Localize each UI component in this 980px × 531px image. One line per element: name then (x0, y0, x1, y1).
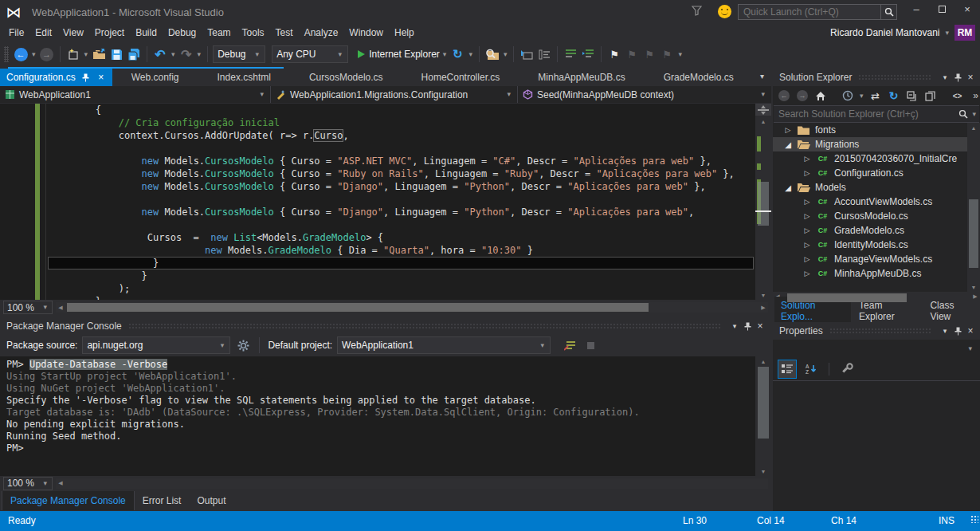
pin-icon[interactable] (81, 73, 91, 82)
package-source-settings-button[interactable] (235, 336, 251, 354)
tree-item-migrations[interactable]: ◢Migrations (773, 137, 980, 151)
expander-icon[interactable]: ▷ (784, 126, 792, 134)
view-code-button[interactable]: <> (950, 87, 966, 104)
scroll-down-icon[interactable]: ▼ (755, 466, 771, 476)
expander-icon[interactable]: ◢ (784, 140, 792, 149)
menu-item-build[interactable]: Build (130, 25, 163, 41)
code-line[interactable]: ); (0, 282, 755, 295)
refresh-dropdown[interactable]: ▾ (467, 51, 474, 58)
menu-item-edit[interactable]: Edit (29, 25, 57, 41)
code-line[interactable]: new Models.GradeModelo { Dia = "Quarta",… (0, 244, 755, 257)
doc-tab-grademodelo-cs[interactable]: GradeModelo.cs (645, 69, 753, 86)
console-zoom-combo[interactable]: 100 %▾ (3, 477, 53, 490)
menu-item-team[interactable]: Team (202, 25, 236, 41)
console-line[interactable]: Running Seed method. (6, 431, 755, 442)
expander-icon[interactable]: ▷ (803, 241, 811, 249)
expander-icon[interactable]: ▷ (803, 155, 811, 163)
code-line[interactable]: new Models.CursosModelo { Curso = "Ruby … (0, 167, 755, 180)
menu-item-tools[interactable]: Tools (237, 25, 270, 41)
tree-item-201507042036070-initialcre[interactable]: ▷C#201507042036070_InitialCre (773, 151, 980, 166)
expander-icon[interactable]: ▷ (803, 269, 811, 277)
new-project-dropdown[interactable]: ▾ (83, 51, 90, 58)
undo-dropdown[interactable]: ▾ (170, 51, 177, 58)
navigate-forward-button[interactable]: → (39, 45, 55, 63)
scroll-up-icon[interactable]: ▲ (967, 123, 980, 132)
tab-overflow-dropdown[interactable]: ▾ (760, 72, 764, 81)
doc-tab-homecontroller-cs[interactable]: HomeController.cs (402, 69, 519, 86)
pin-icon[interactable] (951, 327, 964, 336)
project-combo[interactable]: WebApplication1 ▾ (0, 86, 271, 103)
navigate-back-button[interactable]: ← (13, 45, 29, 63)
tree-item-cursosmodelo-cs[interactable]: ▷C#CursosModelo.cs (773, 209, 980, 223)
property-pages-wrench-icon[interactable] (837, 360, 857, 379)
code-line[interactable] (0, 142, 755, 155)
tree-item-accountviewmodels-cs[interactable]: ▷C#AccountViewModels.cs (773, 195, 980, 209)
previous-bookmark-button[interactable]: ⚑ (624, 45, 640, 63)
menu-item-view[interactable]: View (57, 25, 89, 41)
search-icon[interactable] (880, 5, 896, 19)
pmc-header[interactable]: Package Manager Console ▾ × (0, 318, 771, 334)
comment-lines-button[interactable] (536, 45, 552, 63)
close-button[interactable]: × (955, 0, 980, 18)
doc-tab-index-cshtml[interactable]: Index.cshtml (198, 69, 290, 86)
menu-item-analyze[interactable]: Analyze (299, 25, 344, 41)
tree-item-grademodelo-cs[interactable]: ▷C#GradeModelo.cs (773, 223, 980, 238)
console-line[interactable]: No pending explicit migrations. (6, 419, 755, 431)
scroll-up-icon[interactable]: ▲ (755, 116, 771, 126)
stop-button[interactable] (582, 336, 598, 354)
menu-item-file[interactable]: File (3, 25, 29, 41)
save-button[interactable] (108, 45, 124, 63)
se-forward-button[interactable]: → (794, 87, 810, 104)
next-bookmark-button[interactable]: ⚑ (641, 45, 657, 63)
feedback-funnel-icon[interactable] (692, 6, 702, 18)
tree-item-fonts[interactable]: ▷fonts (773, 123, 980, 137)
scroll-left-icon[interactable]: ◀ (56, 305, 65, 311)
console-line[interactable]: Target database is: 'DAdb' (DataSource: … (6, 407, 755, 419)
scroll-down-icon[interactable]: ▼ (967, 282, 980, 292)
clear-console-button[interactable] (562, 336, 578, 354)
console-horizontal-scrollbar[interactable]: ◀ (56, 478, 768, 489)
doc-tab-cursosmodelo-cs[interactable]: CursosModelo.cs (290, 69, 402, 86)
search-dropdown[interactable]: ▾ (970, 111, 979, 118)
scrollbar-thumb[interactable] (67, 303, 649, 312)
code-line[interactable]: new Models.CursosModelo { Curso = "Djang… (0, 206, 755, 218)
tree-item-manageviewmodels-cs[interactable]: ▷C#ManageViewModels.cs (773, 252, 980, 266)
doc-tab-web-config[interactable]: Web.config (112, 69, 198, 86)
solution-search-input[interactable] (774, 108, 956, 120)
scroll-up-icon[interactable]: ▲ (755, 356, 771, 366)
start-debug-button[interactable]: Internet Explorer (358, 45, 440, 63)
toolbar-overflow-button[interactable]: » (968, 87, 980, 104)
code-line[interactable]: { (0, 104, 755, 116)
find-dropdown[interactable]: ▾ (502, 51, 509, 58)
scrollbar-thumb[interactable] (969, 199, 978, 268)
sync-with-active-document-button[interactable]: ⇄ (868, 87, 884, 104)
scrollbar-thumb[interactable] (787, 293, 907, 302)
home-icon[interactable] (813, 87, 829, 104)
decrease-indent-button[interactable] (563, 45, 578, 63)
browse-target-dropdown[interactable]: ▾ (441, 51, 449, 58)
code-line[interactable]: new Models.CursosModelo { Curso = "Djang… (0, 180, 755, 193)
account-area[interactable]: Ricardo Daniel Mantovani ▾ RM (830, 24, 975, 41)
menu-item-help[interactable]: Help (389, 25, 420, 41)
console-line[interactable]: Specify the '-Verbose' flag to view the … (6, 395, 755, 407)
alphabetical-sort-button[interactable]: AZ (802, 360, 821, 379)
window-position-dropdown[interactable]: ▾ (728, 323, 741, 330)
refresh-button[interactable]: ↻ (449, 45, 465, 63)
clear-bookmarks-button[interactable]: ⚑ (659, 45, 675, 63)
redo-dropdown[interactable]: ▾ (196, 51, 203, 58)
refresh-button[interactable]: ↻ (886, 87, 902, 104)
tree-item-identitymodels-cs[interactable]: ▷C#IdentityModels.cs (773, 238, 980, 252)
tree-vertical-scrollbar[interactable]: ▲ ▼ (967, 123, 980, 292)
se-back-button[interactable]: ← (776, 87, 792, 104)
solution-configuration-combo[interactable]: Debug▾ (213, 45, 265, 63)
code-line[interactable]: // Cria configuração inicial (0, 116, 755, 129)
search-icon[interactable] (956, 109, 970, 119)
pin-icon[interactable] (741, 322, 754, 331)
new-project-button[interactable] (65, 45, 81, 63)
minimize-button[interactable]: – (904, 0, 929, 18)
expander-icon[interactable]: ◢ (784, 183, 792, 192)
increase-indent-button[interactable] (580, 45, 596, 63)
close-icon[interactable]: × (964, 325, 977, 336)
expander-icon[interactable]: ▷ (803, 226, 811, 234)
undo-button[interactable]: ↶ (152, 45, 168, 63)
